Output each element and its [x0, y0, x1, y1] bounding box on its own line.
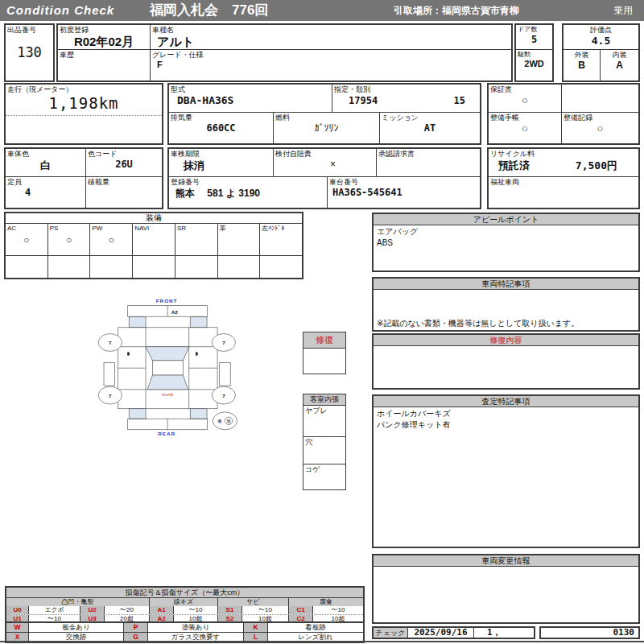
color-code-value: 26U — [86, 159, 162, 170]
repair-flag-box: 修復 — [303, 332, 346, 374]
legend-code: K — [244, 623, 268, 632]
vehicle-notes-title: 車両特記事項 — [374, 279, 638, 290]
appeal-points-body: エアバッグ ABS — [374, 225, 638, 249]
field-load-capacity: 積載量 — [86, 177, 162, 208]
equipment-empty-cell — [90, 256, 133, 279]
front-label: FRONT — [156, 298, 178, 303]
field-body-color: 車体色 白 — [6, 149, 86, 177]
legend-code: P — [124, 623, 148, 632]
tire-tread-fl: 7 — [109, 340, 112, 345]
recycle-welfare-box: リサイクル料 預託済 7,500円 福祉車両 — [487, 147, 640, 209]
equipment-empty-cell — [175, 256, 218, 279]
vehicle-changes-panel: 車両変更情報 — [372, 554, 640, 624]
check-row: チェック 2025/09/16 1， — [372, 626, 535, 639]
model-code-box: 型式 DBA-HA36S 指定・類別 17954 15 排気量 660CC 燃料… — [167, 83, 481, 145]
assessment-notes-panel: 査定特記事項 ホイールカバーキズ パンク修理キット有 — [372, 394, 640, 548]
legend-desc: 塗装あり — [148, 623, 244, 632]
color-code-label: 色コード — [86, 149, 162, 159]
model-name-label: 車種名 — [151, 25, 511, 35]
drive-label: 駆動 — [516, 50, 552, 59]
left-mirror-mark — [127, 352, 130, 355]
equipment-empty-cell — [218, 256, 261, 279]
legend-desc: 〜10 — [242, 606, 289, 614]
windshield — [146, 347, 189, 361]
equipment-col-leather: 革 — [218, 224, 261, 255]
warranty-mark: ○ — [489, 94, 561, 106]
equipment-mark: ○ — [90, 234, 132, 246]
interior-lining-row-tear: ヤブレ — [303, 406, 345, 415]
equipment-empty-cell — [260, 256, 302, 279]
damage-legend-title: 損傷記号＆損傷サイズ（〜最大cm） — [6, 588, 363, 598]
field-model-code: 型式 DBA-HA36S — [169, 85, 332, 113]
assessment-notes-body: ホイールカバーキズ パンク修理キット有 — [374, 407, 638, 431]
first-registration-value: R02年02月 — [58, 35, 150, 50]
title-bar: Condition Check 福岡入札会 776回 引取場所：福岡県古賀市青柳… — [0, 0, 644, 21]
maintenance-book-mark: ○ — [489, 122, 561, 134]
grade-label: グレード・仕様 — [151, 50, 511, 60]
mileage-box: 走行（現メーター） 1,198km — [4, 83, 163, 145]
capacity-label: 定員 — [6, 177, 85, 187]
class-sub-value: 15 — [454, 95, 465, 106]
equipment-col-lhd: 左ﾊﾝﾄﾞﾙ — [260, 224, 302, 255]
load-capacity-label: 積載量 — [86, 177, 162, 187]
rear-cowl-left — [129, 409, 146, 419]
class-number-value: 17954 — [349, 95, 378, 106]
warranty-label: 保証書 — [489, 85, 561, 94]
equipment-col-sr: SR — [175, 224, 218, 255]
legend-desc: 〜20 — [105, 606, 150, 614]
equipment-col-pw: PW○ — [90, 224, 133, 255]
equipment-table: 装備 AC○ PS○ PW○ NAVI SR 革 左ﾊﾝﾄﾞﾙ — [4, 212, 303, 279]
field-model-name: 車種名 アルト — [151, 25, 511, 50]
divider — [6, 115, 162, 116]
insurance-mark: × — [274, 159, 376, 170]
interior-lining-box: 客室内張 ヤブレ 穴 コゲ — [303, 394, 346, 490]
doors-label: ドア数 — [516, 25, 552, 34]
registration-model-box: 初度登録 R02年02月 車種名 アルト 車歴 グレード・仕様 F — [56, 23, 513, 82]
repair-legend-table: W 板金あり P 塗装あり K 看板跡 X 交換跡 G ガラス交換要す L レン… — [5, 621, 365, 643]
check-date: 2025/09/16 — [408, 628, 474, 638]
field-maintenance-book: 整備手帳 ○ — [489, 113, 562, 143]
exhibit-number-label: 出品番号 — [6, 25, 53, 35]
first-registration-label: 初度登録 — [58, 25, 150, 35]
equipment-label: NAVI — [133, 224, 175, 233]
damage-legend-table: 損傷記号＆損傷サイズ（〜最大cm） 凸凹・亀裂 線キズ サビ 腐食 U0 エクボ… — [5, 586, 365, 625]
recycle-status-value: 預託済 — [498, 159, 530, 173]
legend-desc: 看板跡 — [268, 623, 363, 632]
body-color-label: 車体色 — [6, 149, 85, 159]
welfare-vehicle-label: 福祉車両 — [489, 177, 638, 187]
equipment-empty-cell — [133, 256, 175, 279]
interior-lining-row-burn: コゲ — [303, 464, 345, 474]
rear-cowl-right — [190, 409, 207, 419]
maintenance-record-label: 整備記録 — [562, 113, 638, 122]
field-welfare-vehicle: 福祉車両 — [489, 177, 638, 208]
field-color-code: 色コード 26U — [86, 149, 162, 177]
fuel-value: ｶﾞｿﾘﾝ — [274, 122, 379, 134]
equipment-label: SR — [175, 224, 217, 233]
equipment-mark: ○ — [48, 234, 90, 246]
inspection-term-label: 車検期限 — [169, 149, 273, 159]
auction-condition-sheet: Condition Check 福岡入札会 776回 引取場所：福岡県古賀市青柳… — [0, 0, 644, 644]
tire-tread-rr: 7 — [222, 393, 225, 398]
equipment-label: PS — [48, 224, 90, 233]
equipment-label: AC — [6, 224, 47, 233]
field-vehicle-history: 車歴 — [58, 50, 151, 80]
fuel-label: 燃料 — [274, 113, 379, 122]
mileage-value: 1,198km — [6, 94, 162, 112]
legend-group-corrosion: 腐食 — [289, 598, 363, 606]
spare-present-label: 有 — [217, 419, 222, 423]
field-registration-number: 登録番号 熊本 581 よ 3190 — [169, 177, 328, 208]
inspection-registration-box: 車検期限 抹消 検付自賠責 × 承認請求書 登録番号 熊本 581 よ 3190… — [167, 147, 481, 209]
score-label: 評価点 — [564, 25, 638, 35]
vehicle-history-label: 車歴 — [58, 50, 150, 60]
field-recycle-fee: リサイクル料 預託済 7,500円 — [489, 149, 638, 177]
capacity-value: 4 — [6, 187, 85, 198]
field-doors: ドア数 5 — [516, 25, 552, 50]
grade-value: F — [151, 60, 511, 69]
approval-request-label: 承認請求書 — [377, 149, 480, 159]
equipment-col-ac: AC○ — [6, 224, 48, 255]
transmission-label: ミッション — [380, 113, 480, 122]
recycle-fee-label: リサイクル料 — [489, 149, 638, 159]
legend-code: U0 — [6, 606, 29, 614]
appeal-points-title: アピールポイント — [374, 214, 638, 225]
field-grade: グレード・仕様 F — [151, 50, 511, 80]
